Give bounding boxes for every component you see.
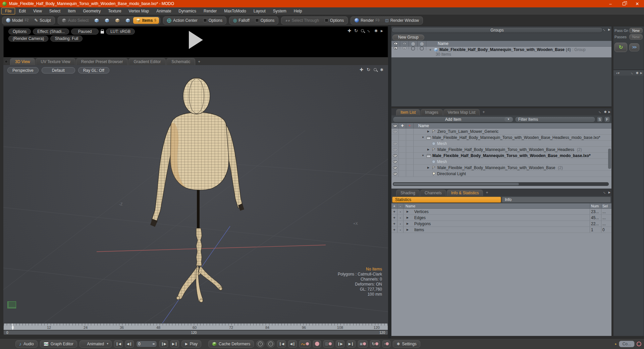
go-to-end-button[interactable]: ▶❙ bbox=[170, 340, 179, 348]
action-center-button[interactable]: ⨁ Action Center bbox=[164, 17, 200, 24]
scrollbar-thumb[interactable] bbox=[393, 183, 519, 185]
ghost-eye-icon[interactable] bbox=[402, 47, 407, 49]
collapse-minus-button[interactable]: - bbox=[397, 221, 404, 227]
tab-3d-view[interactable]: 3D View bbox=[10, 58, 35, 65]
add-tab-button[interactable]: + bbox=[484, 189, 490, 196]
panel-splitter[interactable] bbox=[388, 25, 391, 338]
refresh-add-button[interactable]: ↻ bbox=[614, 43, 627, 52]
expand-arrow-icon[interactable]: ▶ bbox=[426, 148, 430, 151]
anim-mode-dropdown[interactable]: Animated ▼ bbox=[79, 340, 112, 348]
panel-arrow-icon[interactable]: ▶ bbox=[640, 71, 642, 74]
prev-key2-button[interactable]: ◀❙ bbox=[288, 340, 297, 348]
play-button[interactable]: ▶ Play bbox=[181, 340, 201, 348]
expand-icon[interactable]: ↔ bbox=[602, 190, 607, 195]
filter-items-input[interactable]: Filter Items bbox=[515, 116, 595, 122]
item-row[interactable]: ▶ Male_Flexible_Half_Body_Mannequin_Tors… bbox=[391, 147, 611, 153]
expander-plus-icon[interactable]: + bbox=[428, 48, 432, 52]
tab-shading[interactable]: Shading bbox=[396, 190, 420, 196]
gear-icon[interactable]: ✱ bbox=[636, 71, 638, 75]
toggle-checkbox[interactable] bbox=[411, 47, 415, 50]
collapse-minus-button[interactable]: - bbox=[397, 227, 404, 233]
ghost-visibility-column-icon[interactable] bbox=[402, 42, 407, 45]
menu-edit[interactable]: Edit bbox=[15, 8, 30, 14]
gear-icon[interactable]: ✱ bbox=[380, 67, 383, 72]
select-edges-button[interactable] bbox=[102, 17, 112, 24]
next-key-button[interactable]: ❙▶ bbox=[336, 340, 344, 348]
scope-button[interactable]: S bbox=[597, 116, 603, 122]
add-tab-button[interactable]: + bbox=[196, 58, 202, 65]
item-row[interactable]: Mesh bbox=[391, 141, 611, 147]
menu-vertex-map[interactable]: Vertex Map bbox=[125, 8, 153, 14]
eye-icon[interactable] bbox=[393, 172, 397, 175]
next-frame-button[interactable]: ❙▶ bbox=[159, 340, 168, 348]
menu-view[interactable]: View bbox=[30, 8, 46, 14]
new-pass-group-button[interactable]: New bbox=[629, 28, 643, 33]
go-to-start-button[interactable]: ❙◀ bbox=[114, 340, 123, 348]
new-pass-button[interactable]: New bbox=[629, 34, 643, 40]
panel-arrow-icon[interactable]: ▶ bbox=[608, 191, 610, 194]
tab-render-preset-browser[interactable]: Render Preset Browser bbox=[76, 58, 128, 65]
panel-arrow-icon[interactable]: ▶ bbox=[608, 28, 610, 31]
tab-thumb-icon[interactable] bbox=[5, 60, 8, 63]
filter-button[interactable]: F bbox=[604, 116, 610, 122]
statistics-button[interactable]: Statistics bbox=[392, 197, 501, 203]
add-tab-button[interactable]: + bbox=[480, 109, 487, 115]
tab-channels[interactable]: Channels bbox=[420, 190, 446, 196]
menu-render[interactable]: Render bbox=[200, 8, 220, 14]
cache-deformers-button[interactable]: Cache Deformers bbox=[208, 340, 254, 348]
visibility-column-icon[interactable] bbox=[394, 42, 398, 45]
raygl-button[interactable]: Ray GL: Off bbox=[78, 67, 109, 73]
preview-play-icon[interactable] bbox=[189, 31, 203, 49]
add-item-button[interactable]: Add Item ▼ bbox=[393, 116, 514, 122]
perspective-button[interactable]: Perspective bbox=[7, 67, 39, 73]
render-window-button[interactable]: ◫ Render Window bbox=[382, 17, 422, 24]
minimize-button[interactable]: – bbox=[604, 0, 617, 7]
collapse-arrow-icon[interactable]: ▼ bbox=[421, 136, 425, 139]
eye-icon[interactable] bbox=[393, 154, 397, 157]
tab-vertex-map-list[interactable]: Vertex Map List bbox=[443, 109, 480, 115]
eye-icon[interactable] bbox=[394, 47, 398, 49]
viewport-3d[interactable]: Perspective Default Ray GL: Off ✚ ↻ ✱ -Z… bbox=[3, 65, 388, 323]
stats-row[interactable]: + - ▶Items 1 0 bbox=[391, 227, 611, 233]
tab-images[interactable]: Images bbox=[421, 109, 442, 115]
item-row[interactable]: ▶ Male_Flexible_Half_Body_Mannequin_Tors… bbox=[391, 165, 611, 171]
item-row[interactable]: ▼ Male_Flexible_Half_Body_Mannequin_Tors… bbox=[391, 135, 611, 141]
restore-button[interactable] bbox=[617, 0, 631, 7]
more-button[interactable]: >> bbox=[629, 43, 639, 51]
pan-icon[interactable]: ✚ bbox=[360, 67, 363, 72]
next-key2-button[interactable]: ▶❙ bbox=[347, 340, 356, 348]
sculpt-mode-button[interactable]: ✎ Sculpt bbox=[32, 17, 53, 24]
prev-key-button[interactable]: ❙◀ bbox=[277, 340, 286, 348]
settings-button[interactable]: ✱ Settings bbox=[393, 340, 420, 348]
auto-select-button[interactable]: Auto Select bbox=[59, 17, 91, 24]
eye-icon[interactable] bbox=[393, 130, 397, 133]
tab-item-list[interactable]: Item List bbox=[396, 109, 420, 115]
expand-icon[interactable]: ↔ bbox=[366, 28, 373, 34]
menu-dynamics[interactable]: Dynamics bbox=[175, 8, 200, 14]
workplane-icon[interactable] bbox=[7, 301, 16, 308]
tab-gradient-editor[interactable]: Gradient Editor bbox=[128, 58, 166, 65]
tab-info-statistics[interactable]: Info & Statistics bbox=[447, 190, 483, 196]
prev-frame-button[interactable]: ◀❙ bbox=[125, 340, 134, 348]
panel-arrow-icon[interactable]: ▶ bbox=[381, 29, 383, 33]
minus-column[interactable]: - bbox=[397, 203, 404, 208]
auto-key-button[interactable] bbox=[299, 340, 311, 348]
preview-options-button[interactable]: Options bbox=[8, 29, 31, 35]
move-column-icon[interactable]: ✚ bbox=[399, 123, 406, 128]
eye-icon[interactable] bbox=[393, 160, 397, 163]
item-row[interactable]: Directional Light bbox=[391, 171, 611, 177]
key-offset-button[interactable]: ▪ bbox=[382, 340, 390, 348]
graph-editor-button[interactable]: Graph Editor bbox=[40, 340, 77, 348]
toggle-checkbox[interactable] bbox=[420, 47, 424, 50]
model-mode-button[interactable]: Model F2 bbox=[3, 17, 31, 24]
key-cycle-button[interactable]: ↻ bbox=[370, 340, 380, 348]
vertical-scrollbar[interactable] bbox=[608, 149, 611, 169]
menu-system[interactable]: System bbox=[269, 8, 290, 14]
expand-arrow-icon[interactable]: ▶ bbox=[426, 166, 430, 169]
expand-arrow-icon[interactable]: ▶ bbox=[406, 228, 410, 231]
preview-camera-button[interactable]: (Render Camera) bbox=[8, 36, 48, 42]
lock-icon[interactable] bbox=[101, 31, 104, 34]
audio-button[interactable]: ♪ Audio bbox=[15, 340, 38, 348]
rotate-icon[interactable]: ↻ bbox=[354, 28, 358, 33]
eye-icon[interactable] bbox=[393, 148, 397, 151]
